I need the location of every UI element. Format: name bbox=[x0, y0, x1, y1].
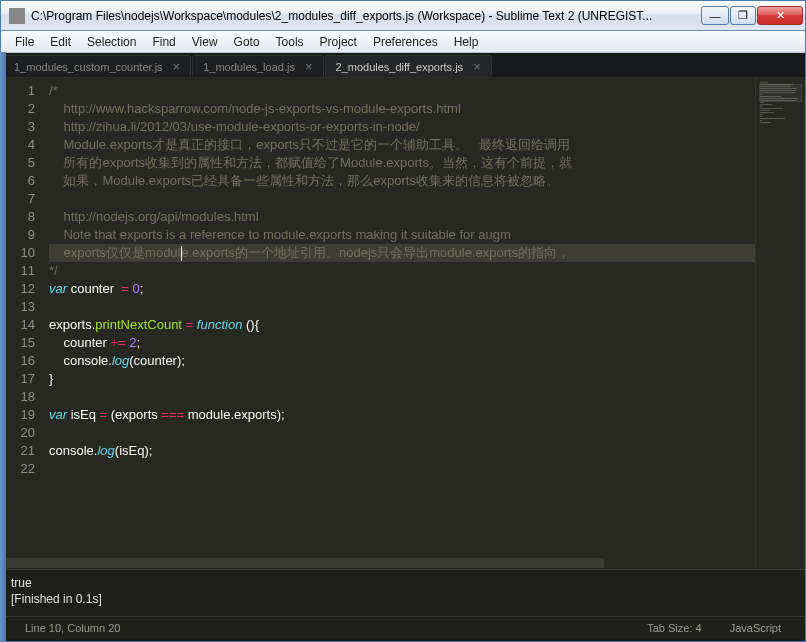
code-line[interactable]: http://www.hacksparrow.com/node-js-expor… bbox=[49, 100, 755, 118]
minimap-viewport[interactable] bbox=[759, 84, 802, 102]
menu-project[interactable]: Project bbox=[312, 33, 365, 51]
code-line[interactable]: counter += 2; bbox=[49, 334, 755, 352]
scrollbar-thumb[interactable] bbox=[1, 558, 604, 568]
code-line[interactable]: } bbox=[49, 370, 755, 388]
code-line[interactable] bbox=[49, 388, 755, 406]
code-line[interactable]: http://zihua.li/2012/03/use-module-expor… bbox=[49, 118, 755, 136]
menubar: File Edit Selection Find View Goto Tools… bbox=[1, 31, 805, 53]
tab-1[interactable]: 1_modules_load.js × bbox=[192, 55, 323, 77]
code-line[interactable]: console.log(isEq); bbox=[49, 442, 755, 460]
tab-2[interactable]: 2_modules_diff_exports.js × bbox=[325, 55, 492, 77]
scrollbar-horizontal[interactable] bbox=[1, 557, 755, 569]
code-line[interactable]: http://nodejs.org/api/modules.html bbox=[49, 208, 755, 226]
code-line[interactable]: exports.printNextCount = function (){ bbox=[49, 316, 755, 334]
tab-0[interactable]: 1_modules_custom_counter.js × bbox=[3, 55, 191, 77]
menu-help[interactable]: Help bbox=[446, 33, 487, 51]
build-output[interactable]: true [Finished in 0.1s] bbox=[1, 569, 805, 616]
code-area[interactable]: /* http://www.hacksparrow.com/node-js-ex… bbox=[49, 78, 755, 569]
console-line: true bbox=[11, 575, 795, 591]
menu-tools[interactable]: Tools bbox=[268, 33, 312, 51]
titlebar[interactable]: C:\Program Files\nodejs\Workspace\module… bbox=[1, 1, 805, 31]
code-line[interactable]: Note that exports is a reference to modu… bbox=[49, 226, 755, 244]
code-line[interactable]: Module.exports才是真正的接口，exports只不过是它的一个辅助工… bbox=[49, 136, 755, 154]
code-line[interactable] bbox=[49, 460, 755, 478]
tab-label: 2_modules_diff_exports.js bbox=[336, 61, 464, 73]
menu-view[interactable]: View bbox=[184, 33, 226, 51]
app-icon bbox=[9, 8, 25, 24]
status-tabsize[interactable]: Tab Size: 4 bbox=[633, 622, 715, 634]
code-line[interactable]: */ bbox=[49, 262, 755, 280]
console-line: [Finished in 0.1s] bbox=[11, 591, 795, 607]
menu-preferences[interactable]: Preferences bbox=[365, 33, 446, 51]
window-left-border bbox=[0, 52, 6, 642]
menu-file[interactable]: File bbox=[7, 33, 42, 51]
tab-label: 1_modules_custom_counter.js bbox=[14, 61, 163, 73]
code-line[interactable]: 所有的exports收集到的属性和方法，都赋值给了Module.exports。… bbox=[49, 154, 755, 172]
window-controls: — ❐ ✕ bbox=[701, 6, 803, 25]
tab-label: 1_modules_load.js bbox=[203, 61, 295, 73]
code-line[interactable]: 如果，Module.exports已经具备一些属性和方法，那么exports收集… bbox=[49, 172, 755, 190]
close-icon[interactable]: × bbox=[305, 59, 313, 74]
tabbar: 1_modules_custom_counter.js × 1_modules_… bbox=[1, 53, 805, 78]
menu-find[interactable]: Find bbox=[144, 33, 183, 51]
close-icon[interactable]: × bbox=[173, 59, 181, 74]
status-language[interactable]: JavaScript bbox=[716, 622, 795, 634]
close-icon[interactable]: × bbox=[473, 59, 481, 74]
gutter: 12345678910111213141516171819202122 bbox=[1, 78, 49, 569]
code-line[interactable] bbox=[49, 424, 755, 442]
minimap[interactable] bbox=[755, 78, 805, 569]
code-line[interactable]: console.log(counter); bbox=[49, 352, 755, 370]
close-button[interactable]: ✕ bbox=[757, 6, 803, 25]
code-line[interactable]: exports仅仅是module.exports的一个地址引用。nodejs只会… bbox=[49, 244, 755, 262]
window-title: C:\Program Files\nodejs\Workspace\module… bbox=[31, 9, 701, 23]
status-position[interactable]: Line 10, Column 20 bbox=[11, 622, 134, 634]
maximize-button[interactable]: ❐ bbox=[730, 6, 756, 25]
code-line[interactable]: var counter = 0; bbox=[49, 280, 755, 298]
code-line[interactable]: /* bbox=[49, 82, 755, 100]
code-line[interactable] bbox=[49, 298, 755, 316]
code-line[interactable] bbox=[49, 190, 755, 208]
statusbar: Line 10, Column 20 Tab Size: 4 JavaScrip… bbox=[1, 616, 805, 639]
minimize-button[interactable]: — bbox=[701, 6, 729, 25]
menu-goto[interactable]: Goto bbox=[226, 33, 268, 51]
code-line[interactable]: var isEq = (exports === module.exports); bbox=[49, 406, 755, 424]
menu-edit[interactable]: Edit bbox=[42, 33, 79, 51]
editor[interactable]: 12345678910111213141516171819202122 /* h… bbox=[1, 78, 805, 569]
menu-selection[interactable]: Selection bbox=[79, 33, 144, 51]
